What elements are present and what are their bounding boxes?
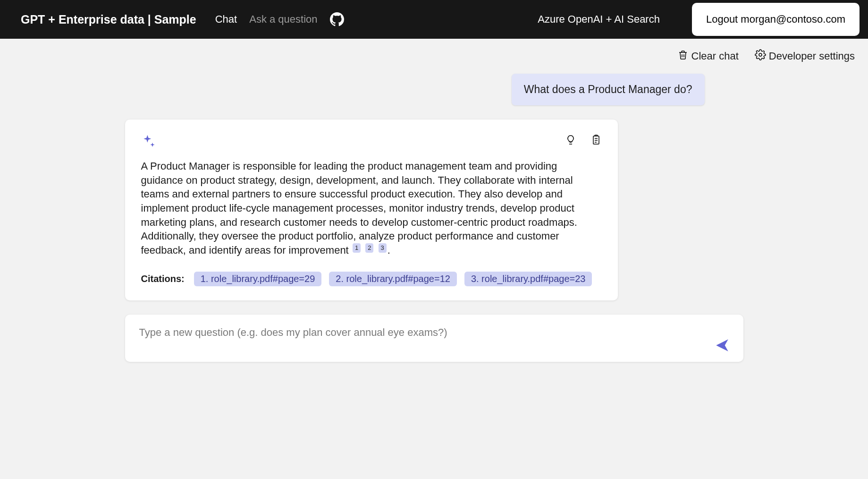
send-icon [714,347,730,355]
user-message-row: What does a Product Manager do? [125,63,743,120]
nav-links: Chat Ask a question [215,12,344,26]
send-button[interactable] [714,337,730,355]
message-input[interactable] [138,326,702,339]
citation-chip-2[interactable]: 2. role_library.pdf#page=12 [329,272,457,286]
inline-citation-2[interactable]: 2 [365,243,373,253]
gear-icon [755,49,766,63]
answer-body: A Product Manager is responsible for lea… [141,160,577,256]
assistant-message-card: A Product Manager is responsible for lea… [125,120,618,300]
nav-chat[interactable]: Chat [215,13,237,26]
chat-column: What does a Product Manager do? A Produc… [125,63,743,381]
clear-chat-label: Clear chat [691,50,739,62]
svg-point-0 [759,53,762,56]
assistant-card-header [141,134,602,151]
answer-period: . [388,244,390,256]
citation-chip-3[interactable]: 3. role_library.pdf#page=23 [464,272,592,286]
citations-label: Citations: [141,274,185,284]
assistant-answer: A Product Manager is responsible for lea… [141,159,602,257]
app-title: GPT + Enterprise data | Sample [21,13,196,26]
assistant-actions [565,134,602,148]
citations-row: Citations: 1. role_library.pdf#page=29 2… [141,272,602,286]
app-header: GPT + Enterprise data | Sample Chat Ask … [0,0,868,39]
citation-chip-1[interactable]: 1. role_library.pdf#page=29 [194,272,322,286]
user-message-bubble: What does a Product Manager do? [512,74,705,105]
developer-settings-button[interactable]: Developer settings [755,49,855,63]
message-composer [125,315,743,362]
nav-ask-question[interactable]: Ask a question [249,13,317,26]
clipboard-icon[interactable] [590,134,602,148]
github-icon[interactable] [330,12,344,26]
logout-button[interactable]: Logout morgan@contoso.com [692,3,860,36]
chat-toolbar: Clear chat Developer settings [0,39,868,63]
inline-citation-3[interactable]: 3 [379,243,387,253]
header-subtitle: Azure OpenAI + AI Search [538,13,660,26]
developer-settings-label: Developer settings [769,50,855,62]
lightbulb-icon[interactable] [565,134,576,148]
inline-citation-1[interactable]: 1 [353,243,361,253]
sparkle-icon [141,134,156,151]
trash-icon [677,49,689,63]
clear-chat-button[interactable]: Clear chat [677,49,739,63]
